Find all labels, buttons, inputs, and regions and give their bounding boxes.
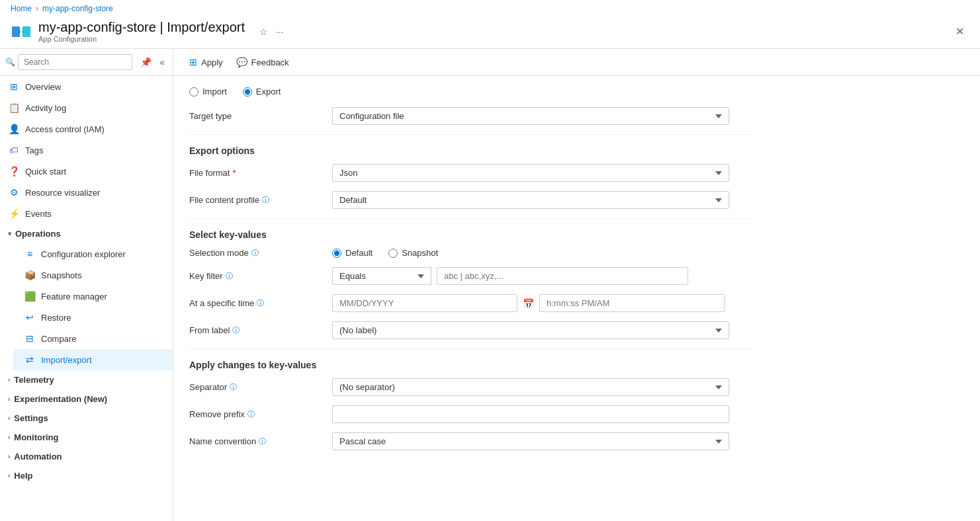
from-label-info-icon: ⓘ xyxy=(232,325,240,335)
file-format-control: Json Yaml Properties xyxy=(332,164,753,182)
sidebar-label-events: Events xyxy=(25,209,52,219)
import-radio-label: Import xyxy=(202,87,227,97)
time-input[interactable] xyxy=(539,294,725,312)
name-convention-select[interactable]: Pascal case Camel case Upper case Lower … xyxy=(332,432,729,450)
sidebar-item-snapshots[interactable]: 📦 Snapshots xyxy=(13,264,173,286)
sidebar-section-automation[interactable]: › Automation xyxy=(0,447,173,466)
sidebar-section-telemetry[interactable]: › Telemetry xyxy=(0,370,173,389)
date-group: 📅 xyxy=(332,294,753,312)
telemetry-chevron: › xyxy=(8,376,10,383)
name-convention-control: Pascal case Camel case Upper case Lower … xyxy=(332,432,753,450)
sidebar-item-overview[interactable]: ⊞ Overview xyxy=(0,76,173,97)
selection-default-radio[interactable] xyxy=(332,249,341,258)
monitoring-chevron: › xyxy=(8,434,10,441)
sidebar-item-configuration-explorer[interactable]: ≡ Configuration explorer xyxy=(13,243,173,264)
key-filter-value-input[interactable] xyxy=(437,267,688,285)
sidebar-section-telemetry-label: Telemetry xyxy=(14,375,54,385)
key-filter-label: Key filter ⓘ xyxy=(189,271,322,281)
collapse-button[interactable]: « xyxy=(157,56,167,69)
sidebar-section-operations[interactable]: ▾ Operations xyxy=(0,224,173,243)
sidebar-section-automation-label: Automation xyxy=(14,452,62,461)
divider-1 xyxy=(189,134,753,135)
key-filter-info-icon: ⓘ xyxy=(226,271,233,281)
export-radio-label: Export xyxy=(256,87,281,97)
feature-manager-icon: 🟩 xyxy=(24,290,36,302)
file-format-select[interactable]: Json Yaml Properties xyxy=(332,164,729,182)
restore-icon: ↩ xyxy=(24,311,36,323)
sidebar-item-import-export[interactable]: ⇄ Import/export xyxy=(13,349,173,370)
sidebar-label-import-export: Import/export xyxy=(41,355,92,365)
sidebar-item-compare[interactable]: ⊟ Compare xyxy=(13,328,173,349)
key-filter-operator-select[interactable]: Equals Starts with xyxy=(332,267,431,285)
select-key-values-title: Select key-values xyxy=(189,229,753,240)
page-subtitle: App Configuration xyxy=(38,35,245,43)
selection-snapshot-option[interactable]: Snapshot xyxy=(388,248,438,258)
file-content-profile-control: Default KVSet xyxy=(332,191,753,209)
apply-label: Apply xyxy=(201,58,223,67)
selection-snapshot-label: Snapshot xyxy=(402,248,438,258)
sidebar-item-restore[interactable]: ↩ Restore xyxy=(13,307,173,328)
file-format-label: File format * xyxy=(189,168,322,178)
sidebar-item-events[interactable]: ⚡ Events xyxy=(0,203,173,224)
calendar-icon[interactable]: 📅 xyxy=(523,298,534,309)
name-convention-row: Name convention ⓘ Pascal case Camel case… xyxy=(189,432,753,450)
sidebar-section-monitoring[interactable]: › Monitoring xyxy=(0,428,173,447)
target-type-label: Target type xyxy=(189,111,322,121)
at-specific-time-info-icon: ⓘ xyxy=(257,298,264,308)
sidebar-item-feature-manager[interactable]: 🟩 Feature manager xyxy=(13,286,173,307)
target-type-select[interactable]: Configuration file App Service Azure Kub… xyxy=(332,107,729,125)
from-label-control: (No label) xyxy=(332,321,753,339)
feedback-label: Feedback xyxy=(251,58,289,67)
sidebar-item-activity-log[interactable]: 📋 Activity log xyxy=(0,97,173,118)
from-label-row: From label ⓘ (No label) xyxy=(189,321,753,339)
sidebar-section-experimentation[interactable]: › Experimentation (New) xyxy=(0,389,173,409)
sidebar-item-access-control[interactable]: 👤 Access control (IAM) xyxy=(0,118,173,140)
sidebar-item-tags[interactable]: 🏷 Tags xyxy=(0,140,173,161)
close-button[interactable]: ✕ xyxy=(950,22,969,40)
header-actions: ☆ ··· xyxy=(257,25,287,38)
breadcrumb-home[interactable]: Home xyxy=(11,4,32,13)
separator-select[interactable]: (No separator) . / xyxy=(332,378,729,396)
experimentation-chevron: › xyxy=(8,395,10,403)
divider-2 xyxy=(189,218,753,219)
breadcrumb-resource[interactable]: my-app-config-store xyxy=(42,4,113,13)
sidebar-section-experimentation-label: Experimentation (New) xyxy=(14,394,107,404)
separator-row: Separator ⓘ (No separator) . / xyxy=(189,378,753,396)
from-label-select[interactable]: (No label) xyxy=(332,321,729,339)
import-export-icon: ⇄ xyxy=(24,354,36,366)
pin-button[interactable]: 📌 xyxy=(138,56,154,69)
page-title: my-app-config-store | Import/export xyxy=(38,20,245,35)
date-input[interactable] xyxy=(332,294,517,312)
quickstart-icon: ❓ xyxy=(8,165,20,177)
sidebar-item-quick-start[interactable]: ❓ Quick start xyxy=(0,161,173,182)
selection-snapshot-radio[interactable] xyxy=(388,249,398,258)
sidebar-label-access-control: Access control (IAM) xyxy=(25,124,105,134)
file-content-profile-select[interactable]: Default KVSet xyxy=(332,191,729,209)
import-radio[interactable] xyxy=(189,87,199,97)
more-icon[interactable]: ··· xyxy=(273,25,287,38)
sidebar-section-monitoring-label: Monitoring xyxy=(14,432,58,442)
sidebar-section-help[interactable]: › Help xyxy=(0,466,173,485)
target-type-row: Target type Configuration file App Servi… xyxy=(189,107,753,125)
automation-chevron: › xyxy=(8,453,10,460)
remove-prefix-input[interactable] xyxy=(332,405,729,423)
apply-button[interactable]: ⊞ Apply xyxy=(184,54,228,70)
file-format-required: * xyxy=(232,168,236,178)
activity-log-icon: 📋 xyxy=(8,102,20,114)
sidebar-label-overview: Overview xyxy=(25,82,61,92)
resource-visualizer-icon: ⚙ xyxy=(8,186,20,198)
selection-mode-label: Selection mode ⓘ xyxy=(189,248,322,258)
apply-changes-title: Apply changes to key-values xyxy=(189,360,753,370)
feedback-button[interactable]: 💬 Feedback xyxy=(231,54,294,70)
star-icon[interactable]: ☆ xyxy=(257,25,271,38)
import-radio-option[interactable]: Import xyxy=(189,87,227,97)
export-radio[interactable] xyxy=(243,87,252,97)
sidebar-item-resource-visualizer[interactable]: ⚙ Resource visualizer xyxy=(0,182,173,203)
sidebar-label-restore: Restore xyxy=(41,313,71,323)
selection-mode-info-icon: ⓘ xyxy=(251,248,259,258)
sidebar-section-settings[interactable]: › Settings xyxy=(0,409,173,428)
export-radio-option[interactable]: Export xyxy=(243,87,281,97)
selection-default-option[interactable]: Default xyxy=(332,248,373,258)
remove-prefix-row: Remove prefix ⓘ xyxy=(189,405,753,423)
search-input[interactable] xyxy=(18,54,132,70)
